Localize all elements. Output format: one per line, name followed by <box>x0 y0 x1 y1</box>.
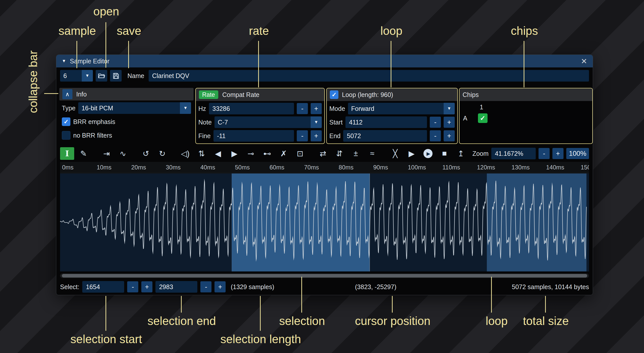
sample-number-dropdown[interactable]: 6 ▼ <box>60 70 93 82</box>
loop-end-input[interactable]: 5072 <box>343 130 427 142</box>
zoom-in-button[interactable]: + <box>552 148 564 159</box>
loop-end-increment-button[interactable]: + <box>444 130 455 141</box>
toolbar-tools: I✎⇥∿↺↻◁)⇅◀▶⊸⊷✗⊡⇄⇵±≈╳▶▶■↥ <box>60 147 468 160</box>
resample-button[interactable]: ∿ <box>116 147 130 160</box>
delete-button[interactable]: ✗ <box>277 147 291 160</box>
select-tool-icon: I <box>65 149 69 158</box>
fade-in-button[interactable]: ◀ <box>211 147 225 160</box>
annotation-sample: sample <box>59 24 96 38</box>
fade-out-button[interactable]: ▶ <box>227 147 241 160</box>
waveform-canvas[interactable] <box>60 173 589 271</box>
reverse-button[interactable]: ⇄ <box>316 147 330 160</box>
timeline-ruler[interactable]: 0ms10ms20ms30ms40ms50ms60ms70ms80ms90ms1… <box>60 162 589 173</box>
annotation-loop: loop <box>381 24 402 38</box>
rate-badge: Rate <box>199 90 218 99</box>
chevron-down-icon[interactable]: ▼ <box>82 70 93 82</box>
reverse-button-icon: ⇄ <box>320 149 326 158</box>
zoom-reset-button[interactable]: 100% <box>566 148 589 159</box>
chip-enable-checkbox[interactable]: ✓ <box>478 113 488 123</box>
fine-increment-button[interactable]: + <box>311 130 322 141</box>
undo-button[interactable]: ↺ <box>139 147 153 160</box>
loop-header-label: Loop (length: 960) <box>342 91 393 98</box>
select-tool[interactable]: I <box>60 147 74 160</box>
crossfade-button[interactable]: ╳ <box>388 147 402 160</box>
normalize-button[interactable]: ⇅ <box>195 147 209 160</box>
loop-enable-checkbox[interactable]: ✓ <box>330 90 338 99</box>
invert-button[interactable]: ⇵ <box>332 147 346 160</box>
insert-silence-button[interactable]: ⊸ <box>244 147 258 160</box>
brr-emphasis-checkbox[interactable]: ✓ <box>62 117 70 126</box>
info-header-label: Info <box>76 91 87 98</box>
selection-start-decrement-button[interactable]: - <box>127 281 138 292</box>
chips-row-label: A <box>463 115 467 122</box>
preview-button[interactable]: ▶ <box>405 147 419 160</box>
redo-button[interactable]: ↻ <box>155 147 169 160</box>
close-icon[interactable]: ✕ <box>581 57 587 66</box>
collapse-bar-button[interactable]: ∧ <box>62 89 72 99</box>
annotation-total-size: total size <box>523 314 569 328</box>
horizontal-scrollbar[interactable] <box>60 273 589 278</box>
save-floppy-icon <box>112 72 119 79</box>
save-sample-button[interactable] <box>110 70 122 82</box>
annotation-line-loop <box>391 41 391 87</box>
sample-name-input[interactable]: Clarinet DQV <box>149 70 589 82</box>
selection-start-input[interactable]: 1654 <box>82 281 124 293</box>
timeline-tick: 110ms <box>442 164 460 171</box>
draw-tool[interactable]: ✎ <box>76 147 91 160</box>
status-bar: Select: 1654 - + 2983 - + (1329 samples)… <box>60 281 589 293</box>
stop-button-icon: ■ <box>442 149 447 158</box>
scrollbar-handle[interactable] <box>62 274 587 278</box>
loop-start-label: Start <box>329 119 343 126</box>
hz-decrement-button[interactable]: - <box>297 103 308 114</box>
timeline-tick: 70ms <box>304 164 319 171</box>
amplify-button[interactable]: ◁) <box>178 147 192 160</box>
fine-input[interactable]: -11 <box>213 130 294 142</box>
chevron-down-icon[interactable]: ▼ <box>180 102 191 114</box>
title-bar[interactable]: ▼ Sample Editor ✕ <box>56 55 593 67</box>
selection-end-decrement-button[interactable]: - <box>200 281 211 292</box>
trim-button[interactable]: ⊡ <box>293 147 307 160</box>
loop-start-decrement-button[interactable]: - <box>430 117 441 128</box>
chevron-down-icon[interactable]: ▼ <box>311 116 322 128</box>
chevron-down-icon[interactable]: ▼ <box>444 103 455 114</box>
hz-input[interactable]: 33286 <box>209 103 294 114</box>
loop-mode-dropdown[interactable]: Forward ▼ <box>348 103 455 114</box>
invert-button-icon: ⇵ <box>336 149 343 158</box>
no-brr-filters-checkbox[interactable] <box>62 131 70 140</box>
loop-end-decrement-button[interactable]: - <box>430 130 441 141</box>
brr-emphasis-label: BRR emphasis <box>73 118 115 125</box>
sign-button[interactable]: ± <box>349 147 363 160</box>
note-dropdown[interactable]: C-7 ▼ <box>214 116 322 128</box>
name-label: Name <box>127 72 144 80</box>
annotation-line-selection-end <box>181 296 182 313</box>
loop-start-increment-button[interactable]: + <box>444 117 455 128</box>
zoom-out-button[interactable]: - <box>539 148 550 159</box>
timeline-tick: 130ms <box>512 164 530 171</box>
timeline-tick: 150ms <box>581 164 589 171</box>
loop-panel: ✓ Loop (length: 960) Mode Forward ▼ Star… <box>326 88 458 144</box>
selection-start-increment-button[interactable]: + <box>141 281 152 292</box>
annotation-line-selection <box>301 277 302 313</box>
window-collapse-icon[interactable]: ▼ <box>62 59 66 64</box>
waveform-view[interactable] <box>60 173 589 271</box>
selection-end-increment-button[interactable]: + <box>214 281 226 292</box>
sample-type-dropdown[interactable]: 16-bit PCM ▼ <box>78 102 191 114</box>
resize-button[interactable]: ⇥ <box>99 147 114 160</box>
play-button[interactable]: ▶ <box>421 147 435 160</box>
open-sample-button[interactable] <box>96 70 107 82</box>
draw-tool-icon: ✎ <box>80 149 87 158</box>
annotation-line-collapse-bar <box>44 93 58 94</box>
fine-decrement-button[interactable]: - <box>297 130 308 141</box>
apply-silence-button[interactable]: ⊷ <box>260 147 274 160</box>
stop-button[interactable]: ■ <box>437 147 451 160</box>
hz-increment-button[interactable]: + <box>311 103 322 114</box>
loop-start-input[interactable]: 4112 <box>345 116 427 128</box>
window-title: Sample Editor <box>70 58 110 65</box>
annotation-line-save <box>128 41 129 68</box>
upload-button-icon: ↥ <box>458 149 464 158</box>
zoom-input[interactable]: 41.1672% <box>491 148 536 159</box>
upload-button[interactable]: ↥ <box>454 147 468 160</box>
chips-panel: Chips 1 A ✓ <box>459 88 593 144</box>
selection-end-input[interactable]: 2983 <box>155 281 197 293</box>
filter-button[interactable]: ≈ <box>365 147 379 160</box>
